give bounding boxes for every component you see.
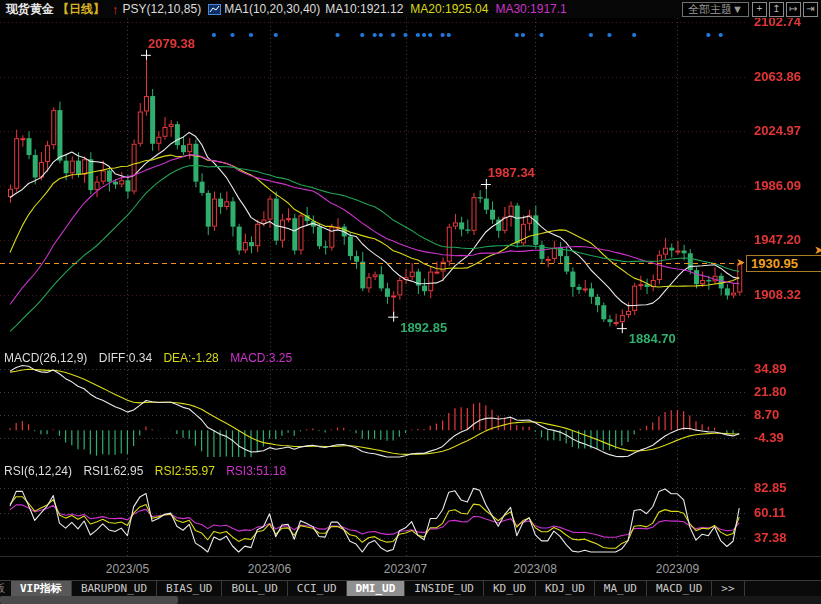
macd-title: MACD(26,12,9) — [4, 351, 87, 365]
indicator-tab-biasud[interactable]: BIAS_UD — [157, 581, 222, 597]
current-price-badge: 1930.95 — [746, 255, 821, 272]
rsi-axis: 82.8560.1137.38 — [748, 459, 821, 556]
ma10-value: MA10:1921.12 — [325, 2, 403, 16]
zoom-horizontal-icon[interactable]: ↦ — [786, 2, 801, 17]
time-axis: 2023/052023/062023/072023/082023/09 — [0, 556, 821, 581]
axis-tick-label: 8.70 — [754, 407, 779, 422]
indicator-tab-dmiud[interactable]: DMI_UD — [347, 581, 406, 597]
time-tick-label: 2023/08 — [503, 562, 567, 576]
indicator-tab-kdud[interactable]: KD_UD — [484, 581, 536, 597]
exit-icon[interactable]: ⇥ — [803, 2, 818, 17]
toolbar-icon-group: +↥↦⇥ — [752, 2, 818, 17]
indicator-tab-[interactable]: >> — [712, 581, 744, 597]
macd-panel-header: MACD(26,12,9) DIFF:0.34 DEA:-1.28 MACD:3… — [4, 351, 300, 365]
indicator-tab-bar: 版VIP指标BARUPDN_UDBIAS_UDBOLL_UDCCI_UDDMI_… — [0, 580, 821, 597]
pan-icon[interactable]: + — [752, 2, 767, 17]
axis-tick-label: 34.89 — [754, 361, 787, 376]
axis-tick-label: 37.38 — [754, 530, 787, 545]
axis-tick-label: 1947.20 — [754, 232, 801, 247]
price-annotation: 2079.38 — [148, 36, 195, 51]
axis-tick-label: 60.11 — [754, 505, 786, 520]
axis-tick-label: 82.85 — [754, 480, 787, 495]
time-tick-label: 2023/06 — [238, 562, 302, 576]
price-axis: 2102.742063.862024.971986.091947.201908.… — [748, 18, 821, 346]
indicator-tab-kdjud[interactable]: KDJ_UD — [536, 581, 595, 597]
period-label: 【日线】 — [57, 1, 105, 18]
time-tick-label: 2023/09 — [645, 562, 709, 576]
theme-dropdown[interactable]: 全部主题▼ — [682, 2, 749, 17]
axis-tick-label: 2063.86 — [754, 69, 801, 84]
indicator-tab-bollud[interactable]: BOLL_UD — [222, 581, 287, 597]
price-annotation: 1884.70 — [629, 331, 676, 346]
zoom-vertical-icon[interactable]: ↥ — [769, 2, 784, 17]
macd-axis: 34.8921.808.70-4.39 — [748, 346, 821, 459]
axis-tick-label: -4.39 — [754, 430, 784, 445]
time-tick-label: 2023/07 — [374, 562, 438, 576]
indicator-tab-macdud[interactable]: MACD_UD — [647, 581, 712, 597]
clipped-tab-glyph: 版 — [0, 581, 11, 597]
macd-dea-value: DEA:-1.28 — [163, 351, 218, 365]
macd-diff-value: DIFF:0.34 — [99, 351, 152, 365]
instrument-title: 现货黄金 — [6, 1, 54, 18]
indicator-tab-maud[interactable]: MA_UD — [595, 581, 647, 597]
ma20-value: MA20:1925.04 — [410, 2, 488, 16]
current-price-arrow-icon: ➤ — [736, 256, 745, 269]
chart-header-bar: 现货黄金 【日线】 ↑ PSY(12,10,85) MA1(10,20,30,4… — [0, 0, 821, 18]
indicator-tab-insideud[interactable]: INSIDE_UD — [405, 581, 484, 597]
rsi1-value: RSI1:62.95 — [83, 464, 143, 478]
rsi-panel-header: RSI(6,12,24) RSI1:62.95 RSI2:55.97 RSI3:… — [4, 464, 294, 478]
line-chart-icon — [208, 4, 221, 15]
rsi2-value: RSI2:55.97 — [155, 464, 215, 478]
candlestick-chart-canvas[interactable] — [0, 18, 821, 346]
indicator-tab-vip[interactable]: VIP指标 — [11, 581, 72, 597]
edge-marker-icon: ➤ — [814, 243, 821, 257]
axis-tick-label: 2024.97 — [754, 123, 801, 138]
rsi3-value: RSI3:51.18 — [226, 464, 286, 478]
scrollbar-thumb[interactable] — [0, 596, 178, 604]
price-annotation: 1987.34 — [488, 165, 535, 180]
axis-tick-label: 21.80 — [754, 384, 787, 399]
rsi-title: RSI(6,12,24) — [4, 464, 72, 478]
trading-app-window: 现货黄金 【日线】 ↑ PSY(12,10,85) MA1(10,20,30,4… — [0, 0, 821, 604]
ma-group-label: MA1(10,20,30,40) — [224, 2, 320, 16]
axis-tick-label: 1986.09 — [754, 178, 801, 193]
time-tick-label: 2023/05 — [95, 562, 159, 576]
horizontal-scrollbar[interactable] — [0, 596, 821, 604]
indicator-tab-barupdnud[interactable]: BARUPDN_UD — [72, 581, 157, 597]
header-toolbar: 全部主题▼ +↥↦⇥ — [682, 2, 818, 17]
ma30-value: MA30:1917.1 — [495, 2, 566, 16]
indicator-tab-cciud[interactable]: CCI_UD — [288, 581, 347, 597]
axis-tick-label: 1908.32 — [754, 287, 801, 302]
up-arrow-icon: ↑ — [112, 2, 119, 17]
macd-macd-value: MACD:3.25 — [230, 351, 292, 365]
price-annotation: 1892.85 — [400, 320, 447, 335]
psy-indicator-label: PSY(12,10,85) — [123, 2, 202, 16]
